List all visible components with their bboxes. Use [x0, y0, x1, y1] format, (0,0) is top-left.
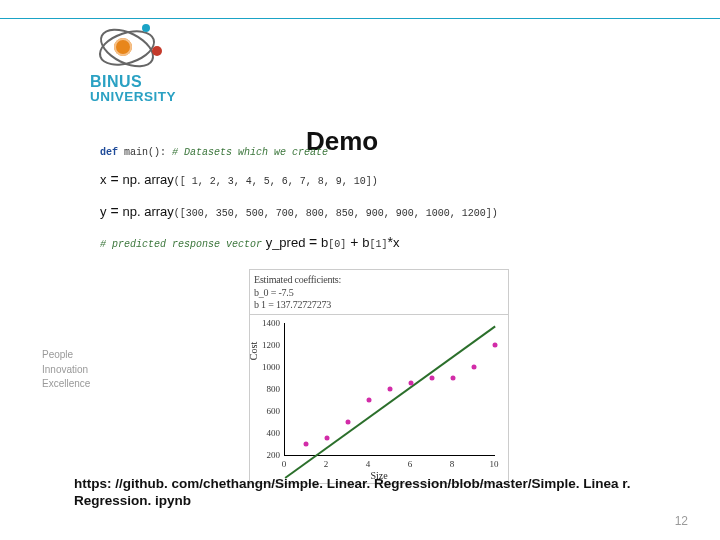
- plot-area: [284, 323, 495, 456]
- x-tick: 0: [279, 459, 289, 469]
- brand-line-2: UNIVERSITY: [90, 90, 176, 104]
- y-tick: 600: [254, 406, 280, 416]
- regression-chart: Estimated coefficients: b_0 = -7.5 b 1 =…: [248, 268, 510, 470]
- eq-2: =: [107, 203, 123, 219]
- y-tick: 1000: [254, 362, 280, 372]
- orbit-icon: [90, 26, 160, 70]
- eq-3: =: [309, 234, 321, 250]
- code-comment-1: # Datasets which we create: [166, 147, 328, 158]
- coef-b1: b 1 = 137.72727273: [254, 299, 506, 312]
- data-point: [430, 375, 435, 380]
- sub-1: [1]: [370, 239, 388, 250]
- coef-b0: b_0 = -7.5: [254, 287, 506, 300]
- term-b1: b: [362, 235, 369, 250]
- chart-header: Estimated coefficients: b_0 = -7.5 b 1 =…: [249, 269, 509, 314]
- keyword-def: def: [100, 147, 118, 158]
- x-tick: 8: [447, 459, 457, 469]
- eq-1: =: [107, 171, 123, 187]
- plus-op: +: [346, 234, 362, 250]
- data-point: [409, 381, 414, 386]
- y-tick: 200: [254, 450, 280, 460]
- brand-line-1: BINUS: [90, 74, 176, 90]
- source-link[interactable]: https: //github. com/chethangn/Simple. L…: [74, 475, 634, 510]
- x-tick: 6: [405, 459, 415, 469]
- tagline-3: Excellence: [42, 377, 90, 392]
- nparray-1: np. array: [122, 172, 173, 187]
- brand-text: BINUS UNIVERSITY: [90, 74, 176, 104]
- regression-line: [285, 326, 496, 479]
- fn-main: main():: [118, 147, 166, 158]
- x-tick: 2: [321, 459, 331, 469]
- data-point: [325, 436, 330, 441]
- brand-logo: BINUS UNIVERSITY: [90, 26, 176, 104]
- y-tick: 1200: [254, 340, 280, 350]
- y-tick: 800: [254, 384, 280, 394]
- tagline-2: Innovation: [42, 363, 90, 378]
- data-point: [493, 342, 498, 347]
- code-snippet: def main(): # Datasets which we create x…: [100, 146, 660, 263]
- y-tick: 1400: [254, 318, 280, 328]
- x-end: x: [393, 235, 400, 250]
- x-tick: 4: [363, 459, 373, 469]
- chart-title: Estimated coefficients:: [254, 274, 506, 287]
- brand-tagline: People Innovation Excellence: [42, 348, 90, 392]
- chart-axes: Cost Size 200400600800100012001400024681…: [249, 314, 509, 484]
- page-number: 12: [675, 514, 688, 528]
- x-values: ([ 1, 2, 3, 4, 5, 6, 7, 8, 9, 10]): [174, 176, 378, 187]
- data-point: [472, 364, 477, 369]
- data-point: [304, 441, 309, 446]
- data-point: [451, 375, 456, 380]
- top-rule: [0, 18, 720, 19]
- y-values: ([300, 350, 500, 700, 800, 850, 900, 900…: [174, 208, 498, 219]
- y-tick: 400: [254, 428, 280, 438]
- data-point: [346, 419, 351, 424]
- data-point: [367, 397, 372, 402]
- nparray-2: np. array: [122, 204, 173, 219]
- tagline-1: People: [42, 348, 90, 363]
- sub-0: [0]: [328, 239, 346, 250]
- ypred: y_pred: [262, 235, 309, 250]
- x-tick: 10: [489, 459, 499, 469]
- code-comment-2: # predicted response vector: [100, 239, 262, 250]
- data-point: [388, 386, 393, 391]
